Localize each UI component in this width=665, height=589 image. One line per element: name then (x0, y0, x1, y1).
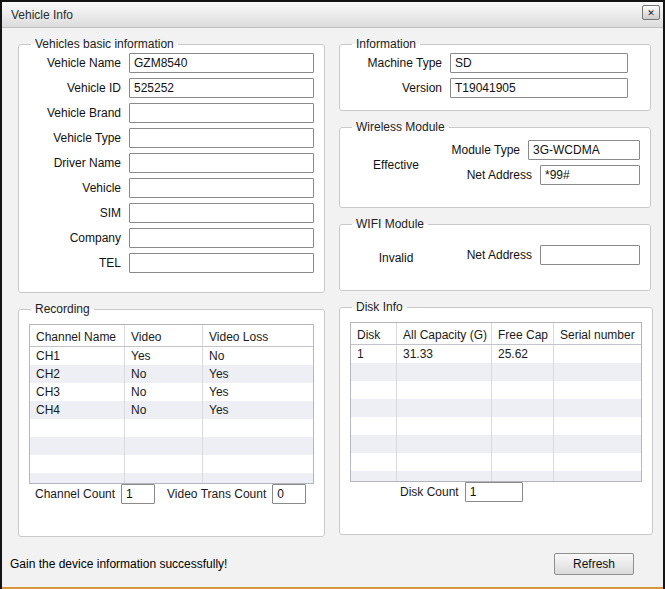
video-trans-count-input[interactable] (272, 484, 306, 504)
column-header: All Capacity (G) (397, 323, 492, 344)
video-loss-cell: No (203, 347, 313, 365)
vehicle-name-input[interactable] (129, 53, 314, 73)
disk-cell: 1 (351, 345, 397, 363)
column-header: Video (125, 325, 203, 346)
disk-info-group: Disk Info Disk All Capacity (G) Free Cap… (339, 300, 653, 535)
machine-type-label: Machine Type (350, 56, 450, 70)
field-company: Company (29, 228, 314, 248)
basic-info-title: Vehicles basic information (31, 37, 178, 51)
video-trans-count-label: Video Trans Count (167, 487, 272, 501)
table-filler-row (30, 419, 313, 437)
channel-name-cell: CH3 (30, 383, 125, 401)
close-icon: ✕ (647, 8, 655, 18)
window-title: Vehicle Info (11, 8, 73, 22)
wifi-module-group: WIFI Module Invalid Net Address (339, 217, 651, 291)
free-capacity-cell: 25.62 (492, 345, 554, 363)
column-header: Channel Name (30, 325, 125, 346)
field-vehicle: Vehicle (29, 178, 314, 198)
left-column: Vehicles basic information Vehicle Name … (18, 37, 325, 537)
channel-count-input[interactable] (121, 484, 155, 504)
status-message: Gain the device information successfully… (10, 553, 227, 571)
field-sim: SIM (29, 203, 314, 223)
right-column: Information Machine Type Version Wireles… (339, 37, 651, 537)
wireless-module-title: Wireless Module (352, 120, 449, 134)
basic-info-group: Vehicles basic information Vehicle Name … (18, 37, 325, 293)
column-header: Free Cap (492, 323, 554, 344)
machine-type-input[interactable] (450, 53, 628, 73)
wifi-net-address-input[interactable] (540, 245, 640, 265)
title-bar[interactable]: Vehicle Info ✕ (2, 2, 663, 28)
vehicle-name-label: Vehicle Name (29, 56, 129, 70)
vehicle-label: Vehicle (29, 181, 129, 195)
video-cell: No (125, 365, 203, 383)
disk-controls: Disk Count (350, 482, 642, 504)
sim-label: SIM (29, 206, 129, 220)
wifi-status: Invalid (350, 245, 442, 270)
vehicle-info-window: Vehicle Info ✕ Vehicles basic informatio… (0, 0, 665, 589)
video-cell: No (125, 383, 203, 401)
disk-info-title: Disk Info (352, 300, 407, 314)
module-type-input[interactable] (528, 140, 640, 160)
net-address-label: Net Address (467, 168, 540, 182)
table-row[interactable]: 1 31.33 25.62 (351, 345, 641, 363)
vehicle-id-label: Vehicle ID (29, 81, 129, 95)
vehicle-type-label: Vehicle Type (29, 131, 129, 145)
table-row[interactable]: CH1 Yes No (30, 347, 313, 365)
field-vehicle-brand: Vehicle Brand (29, 103, 314, 123)
table-row[interactable]: CH2 No Yes (30, 365, 313, 383)
video-loss-cell: Yes (203, 401, 313, 419)
wifi-net-address-label: Net Address (467, 248, 540, 262)
video-cell: No (125, 401, 203, 419)
sim-input[interactable] (129, 203, 314, 223)
disk-count-input[interactable] (465, 482, 523, 502)
table-row[interactable]: CH4 No Yes (30, 401, 313, 419)
channel-name-cell: CH2 (30, 365, 125, 383)
table-filler-row (351, 417, 641, 435)
close-button[interactable]: ✕ (642, 5, 660, 20)
video-loss-cell: Yes (203, 383, 313, 401)
field-tel: TEL (29, 253, 314, 273)
video-cell: Yes (125, 347, 203, 365)
channel-name-cell: CH1 (30, 347, 125, 365)
table-filler-row (351, 381, 641, 399)
main-content: Vehicles basic information Vehicle Name … (2, 28, 663, 537)
field-vehicle-type: Vehicle Type (29, 128, 314, 148)
field-version: Version (350, 78, 640, 98)
information-group: Information Machine Type Version (339, 37, 651, 111)
vehicle-id-input[interactable] (129, 78, 314, 98)
table-filler-row (351, 471, 641, 482)
vehicle-input[interactable] (129, 178, 314, 198)
footer: Gain the device information successfully… (2, 537, 663, 587)
column-header: Video Loss (203, 325, 313, 346)
vehicle-type-input[interactable] (129, 128, 314, 148)
refresh-button[interactable]: Refresh (554, 553, 634, 575)
tel-input[interactable] (129, 253, 314, 273)
company-input[interactable] (129, 228, 314, 248)
recording-table: Channel Name Video Video Loss CH1 Yes No… (29, 324, 314, 484)
serial-number-cell (554, 345, 641, 363)
field-module-type: Module Type (442, 140, 640, 160)
vehicle-brand-input[interactable] (129, 103, 314, 123)
table-filler-row (351, 453, 641, 471)
net-address-input[interactable] (540, 165, 640, 185)
version-input[interactable] (450, 78, 628, 98)
column-header: Disk (351, 323, 397, 344)
recording-table-header: Channel Name Video Video Loss (30, 325, 313, 347)
driver-name-input[interactable] (129, 153, 314, 173)
tel-label: TEL (29, 256, 129, 270)
table-filler-row (30, 437, 313, 455)
table-row[interactable]: CH3 No Yes (30, 383, 313, 401)
wireless-module-group: Wireless Module Effective Module Type Ne… (339, 120, 651, 208)
driver-name-label: Driver Name (29, 156, 129, 170)
field-vehicle-name: Vehicle Name (29, 53, 314, 73)
version-label: Version (350, 81, 450, 95)
table-filler-row (351, 435, 641, 453)
table-filler-row (30, 473, 313, 484)
table-filler-row (351, 363, 641, 381)
table-filler-row (30, 455, 313, 473)
all-capacity-cell: 31.33 (397, 345, 492, 363)
disk-count-label: Disk Count (400, 485, 465, 499)
recording-group: Recording Channel Name Video Video Loss … (18, 302, 325, 537)
table-filler-row (351, 399, 641, 417)
module-type-label: Module Type (452, 143, 529, 157)
